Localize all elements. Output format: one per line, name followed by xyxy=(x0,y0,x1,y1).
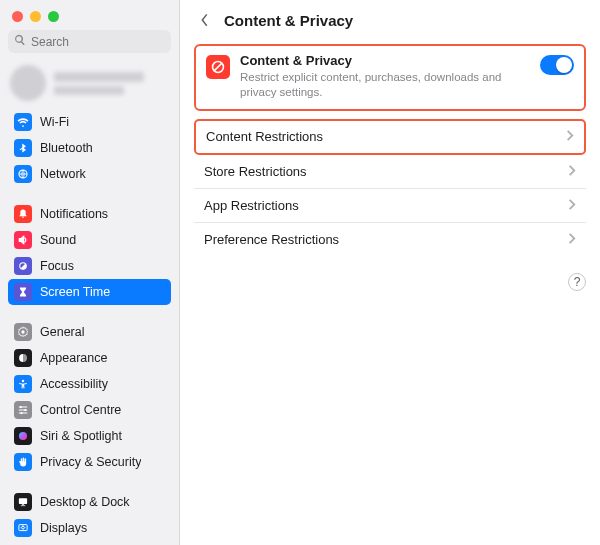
svg-line-1 xyxy=(214,63,221,70)
help-container: ? xyxy=(180,265,600,291)
minimize-window-button[interactable] xyxy=(30,11,41,22)
sidebar-item-displays[interactable]: Displays xyxy=(8,515,171,541)
sidebar-item-control-centre[interactable]: Control Centre xyxy=(8,397,171,423)
search-container xyxy=(0,30,179,61)
maximize-window-button[interactable] xyxy=(48,11,59,22)
profile-section[interactable] xyxy=(0,61,179,109)
siri-icon xyxy=(14,427,32,445)
row-label: Store Restrictions xyxy=(204,164,569,179)
network-icon xyxy=(14,165,32,183)
window-controls xyxy=(0,0,179,30)
bell-icon xyxy=(14,205,32,223)
sidebar-item-label: Screen Time xyxy=(40,285,110,299)
sidebar-item-label: Siri & Spotlight xyxy=(40,429,122,443)
sidebar-item-label: Notifications xyxy=(40,207,108,221)
row-label: App Restrictions xyxy=(204,198,569,213)
header: Content & Privacy xyxy=(180,0,600,36)
gear-icon xyxy=(14,323,32,341)
sidebar-item-label: Wi-Fi xyxy=(40,115,69,129)
sound-icon xyxy=(14,231,32,249)
chevron-right-icon xyxy=(569,232,576,247)
chevron-right-icon xyxy=(567,129,574,144)
sidebar-item-desktop-dock[interactable]: Desktop & Dock xyxy=(8,489,171,515)
row-preference-restrictions[interactable]: Preference Restrictions xyxy=(194,223,586,257)
content-privacy-icon xyxy=(206,55,230,79)
focus-icon xyxy=(14,257,32,275)
sidebar-item-privacy-security[interactable]: Privacy & Security xyxy=(8,449,171,475)
help-button[interactable]: ? xyxy=(568,273,586,291)
wifi-icon xyxy=(14,113,32,131)
row-label: Preference Restrictions xyxy=(204,232,569,247)
search-icon xyxy=(14,34,31,49)
row-store-restrictions[interactable]: Store Restrictions xyxy=(194,155,586,189)
close-window-button[interactable] xyxy=(12,11,23,22)
row-app-restrictions[interactable]: App Restrictions xyxy=(194,189,586,223)
main-pane: Content & Privacy Content & Privacy Rest… xyxy=(180,0,600,545)
desktop-icon xyxy=(14,493,32,511)
chevron-right-icon xyxy=(569,164,576,179)
appearance-icon xyxy=(14,349,32,367)
sidebar-item-label: General xyxy=(40,325,84,339)
sliders-icon xyxy=(14,401,32,419)
content-privacy-hero: Content & Privacy Restrict explicit cont… xyxy=(194,44,586,111)
content-privacy-toggle[interactable] xyxy=(540,55,574,75)
back-button[interactable] xyxy=(194,10,214,30)
hourglass-icon xyxy=(14,283,32,301)
profile-name-redacted xyxy=(54,72,144,95)
hero-description: Restrict explicit content, purchases, do… xyxy=(240,70,530,100)
hero-text: Content & Privacy Restrict explicit cont… xyxy=(240,53,530,100)
sidebar-item-wallpaper[interactable]: Wallpaper xyxy=(8,541,171,545)
sidebar-item-label: Displays xyxy=(40,521,87,535)
sidebar-item-wi-fi[interactable]: Wi-Fi xyxy=(8,109,171,135)
sidebar-item-appearance[interactable]: Appearance xyxy=(8,345,171,371)
sidebar-item-accessibility[interactable]: Accessibility xyxy=(8,371,171,397)
search-input[interactable] xyxy=(31,35,165,49)
sidebar-item-network[interactable]: Network xyxy=(8,161,171,187)
sidebar-item-general[interactable]: General xyxy=(8,319,171,345)
row-label: Content Restrictions xyxy=(206,129,567,144)
page-title: Content & Privacy xyxy=(224,12,353,29)
displays-icon xyxy=(14,519,32,537)
sidebar-item-sound[interactable]: Sound xyxy=(8,227,171,253)
bluetooth-icon xyxy=(14,139,32,157)
hero-title: Content & Privacy xyxy=(240,53,530,68)
restrictions-list: Content RestrictionsStore RestrictionsAp… xyxy=(194,119,586,257)
sidebar-item-label: Desktop & Dock xyxy=(40,495,130,509)
hand-icon xyxy=(14,453,32,471)
sidebar-item-label: Focus xyxy=(40,259,74,273)
sidebar-item-screen-time[interactable]: Screen Time xyxy=(8,279,171,305)
search-field[interactable] xyxy=(8,30,171,53)
sidebar-item-focus[interactable]: Focus xyxy=(8,253,171,279)
avatar xyxy=(10,65,46,101)
sidebar-item-siri-spotlight[interactable]: Siri & Spotlight xyxy=(8,423,171,449)
sidebar: Wi-FiBluetoothNetworkNotificationsSoundF… xyxy=(0,0,180,545)
sidebar-list: Wi-FiBluetoothNetworkNotificationsSoundF… xyxy=(0,109,179,545)
sidebar-item-notifications[interactable]: Notifications xyxy=(8,201,171,227)
chevron-right-icon xyxy=(569,198,576,213)
sidebar-item-label: Appearance xyxy=(40,351,107,365)
accessibility-icon xyxy=(14,375,32,393)
sidebar-item-label: Sound xyxy=(40,233,76,247)
content-area: Content & Privacy Restrict explicit cont… xyxy=(180,36,600,265)
sidebar-item-label: Privacy & Security xyxy=(40,455,141,469)
row-content-restrictions[interactable]: Content Restrictions xyxy=(194,119,586,155)
sidebar-item-bluetooth[interactable]: Bluetooth xyxy=(8,135,171,161)
sidebar-item-label: Network xyxy=(40,167,86,181)
sidebar-item-label: Bluetooth xyxy=(40,141,93,155)
sidebar-item-label: Accessibility xyxy=(40,377,108,391)
sidebar-item-label: Control Centre xyxy=(40,403,121,417)
